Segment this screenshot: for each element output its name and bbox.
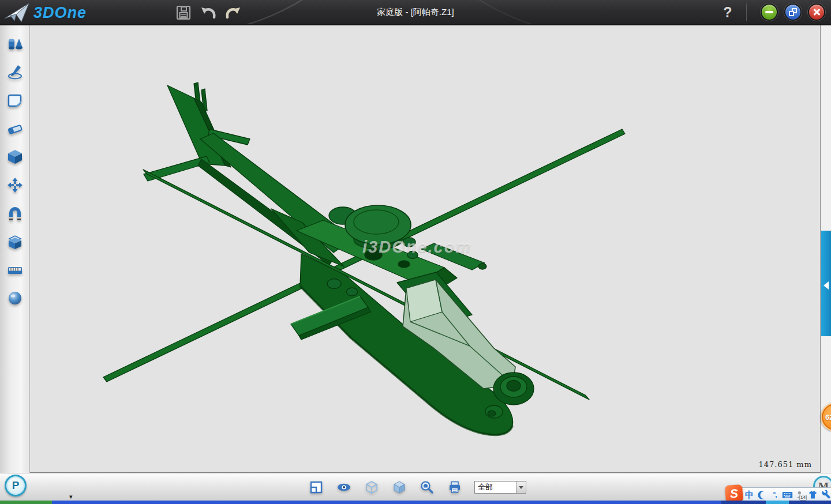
taskbar-highlight-segment	[766, 501, 789, 504]
measurement-readout: 147.651 mm	[758, 460, 812, 469]
redo-icon	[224, 5, 242, 21]
wrench-icon[interactable]	[820, 488, 831, 501]
ime-lang-mode[interactable]: 中	[744, 488, 755, 501]
model-viewport[interactable]: i3DOne.com 147.651 mm	[30, 25, 820, 473]
tool-eraser-edit[interactable]	[5, 118, 25, 139]
shaded-display-icon	[392, 480, 406, 494]
close-button[interactable]	[808, 3, 825, 21]
help-button[interactable]: ?	[718, 2, 738, 22]
app-window: 3DOne	[0, 0, 831, 504]
visibility-button[interactable]	[335, 479, 353, 496]
shaded-display-button[interactable]	[391, 479, 408, 496]
minimize-icon	[765, 11, 773, 13]
quick-actions	[175, 4, 242, 21]
minimize-button[interactable]	[761, 3, 778, 21]
tool-material-sphere[interactable]	[5, 288, 25, 309]
measure-ruler-icon	[6, 262, 24, 278]
filter-dropdown-value: 全部	[475, 482, 516, 492]
save-button[interactable]	[175, 4, 192, 21]
filter-dropdown[interactable]: 全部	[474, 481, 526, 494]
chevron-down-icon	[519, 486, 523, 489]
app-logo: 3DOne	[3, 1, 87, 24]
sketch-surface-icon	[6, 92, 24, 108]
zoom-capture-icon	[420, 480, 434, 494]
titlebar-swoosh	[0, 0, 831, 24]
print-button[interactable]	[446, 479, 463, 496]
profile-badge-letter: P	[12, 479, 20, 492]
panel-collapse-handle[interactable]	[821, 231, 831, 336]
visibility-eye-icon	[336, 481, 351, 494]
zoom-capture-button[interactable]	[418, 479, 436, 496]
brand-text: 3DOne	[33, 4, 87, 22]
print-icon	[448, 480, 462, 494]
wireframe-display-icon	[365, 480, 379, 494]
profile-dropdown-caret[interactable]: ▾	[69, 493, 73, 501]
undo-icon	[200, 5, 217, 21]
titlebar-separator	[746, 3, 747, 21]
profile-badge[interactable]: P	[5, 475, 27, 497]
os-taskbar-sliver[interactable]	[0, 501, 831, 504]
punctuation-icon[interactable]: °,	[769, 488, 780, 501]
feature-cube-icon	[6, 149, 24, 165]
combine-box-icon	[6, 234, 24, 250]
view-tools	[308, 479, 463, 496]
close-icon	[813, 8, 821, 16]
helicopter-model	[30, 25, 820, 473]
filter-dropdown-button[interactable]	[516, 482, 526, 493]
collapse-left-arrow-icon	[823, 281, 829, 289]
keyboard-icon[interactable]	[782, 488, 793, 501]
rotor-blade-b	[143, 170, 589, 400]
taskbar-start-segment	[0, 501, 52, 504]
skin-icon[interactable]	[807, 488, 818, 501]
tool-measure[interactable]	[5, 259, 25, 280]
restore-icon	[789, 8, 797, 16]
user-count-badge: 14	[799, 495, 807, 501]
tool-combine-box[interactable]	[5, 231, 25, 252]
notification-count: 62	[825, 413, 831, 422]
undo-button[interactable]	[200, 4, 217, 21]
viewport-layout-icon	[309, 480, 323, 494]
save-icon	[175, 5, 192, 21]
titlebar: 3DOne	[0, 0, 831, 25]
wireframe-display-button[interactable]	[363, 479, 380, 496]
restore-button[interactable]	[784, 3, 802, 21]
viewport-layout-button[interactable]	[308, 479, 325, 496]
window-controls	[761, 3, 825, 21]
user-icon[interactable]: 14	[795, 488, 806, 501]
paper-plane-icon	[3, 1, 30, 24]
primitive-solids-icon	[6, 36, 24, 52]
magnet-assembly-icon	[6, 205, 24, 221]
tool-sketch[interactable]	[5, 62, 25, 82]
left-toolbar	[0, 25, 30, 473]
sketch-pencil-icon	[6, 64, 24, 80]
move-arrows-icon	[6, 177, 24, 193]
tool-magnet-assembly[interactable]	[5, 203, 25, 224]
redo-button[interactable]	[224, 4, 242, 21]
material-sphere-icon	[6, 290, 24, 306]
tool-feature-cube[interactable]	[5, 146, 25, 167]
bottom-bar: P ▾	[0, 473, 831, 501]
tool-sketch-surface[interactable]	[5, 90, 25, 111]
moon-icon[interactable]	[757, 488, 768, 501]
tool-primitive-solids[interactable]	[5, 33, 25, 54]
eraser-edit-icon	[6, 121, 24, 137]
tool-move[interactable]	[5, 175, 25, 195]
